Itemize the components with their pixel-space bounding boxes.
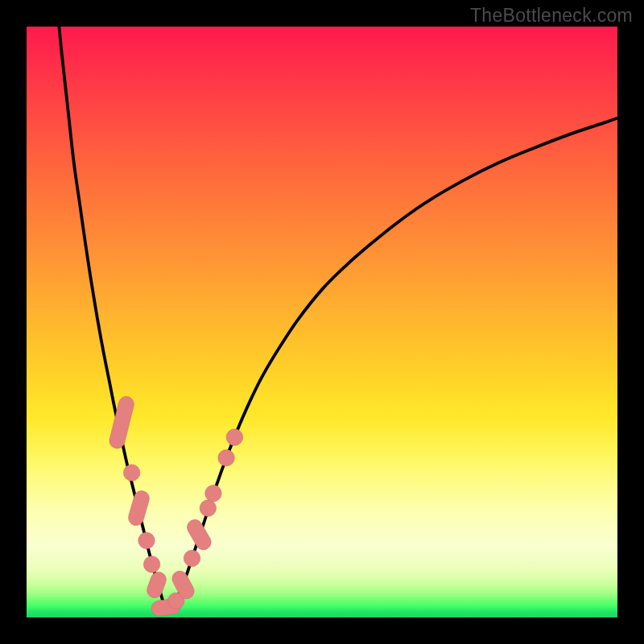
marker-dot	[184, 550, 200, 567]
svg-rect-1	[126, 489, 151, 527]
marker-dot	[200, 500, 217, 517]
marker-group	[108, 394, 243, 617]
marker-capsule	[184, 517, 214, 553]
marker-capsule	[126, 489, 151, 527]
watermark-text: TheBottleneck.com	[470, 5, 633, 27]
marker-dot	[226, 429, 243, 446]
chart-svg	[27, 27, 617, 617]
chart-stage: TheBottleneck.com	[0, 0, 644, 644]
marker-dot	[205, 485, 222, 502]
marker-dot	[123, 464, 140, 481]
svg-rect-2	[145, 570, 168, 601]
series-right-curve	[165, 118, 617, 609]
marker-capsule	[108, 394, 135, 450]
marker-dot	[143, 556, 160, 573]
marker-capsule	[145, 570, 168, 601]
svg-rect-5	[184, 517, 214, 553]
plot-area	[27, 27, 617, 617]
svg-rect-0	[108, 394, 135, 450]
series-left-curve	[59, 27, 165, 609]
marker-dot	[138, 532, 155, 549]
marker-dot	[218, 450, 235, 467]
